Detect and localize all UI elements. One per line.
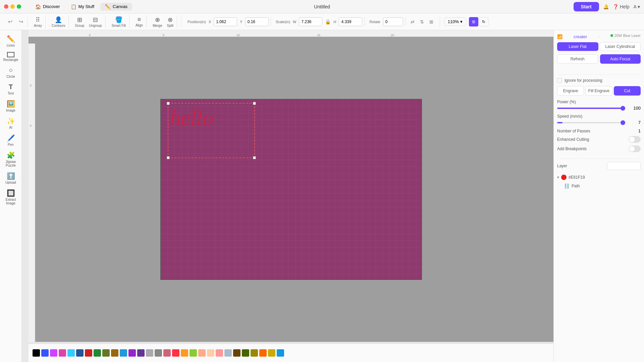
handle-bl[interactable] bbox=[167, 156, 170, 159]
refresh-view-button[interactable]: ↻ bbox=[479, 17, 488, 26]
color-swatch-gold[interactable] bbox=[251, 349, 258, 357]
merge-button[interactable]: ⊕ Merge bbox=[151, 15, 163, 28]
speed-slider-thumb[interactable] bbox=[621, 120, 625, 125]
color-swatch-brightred[interactable] bbox=[172, 349, 179, 357]
user-avatar[interactable]: A ▾ bbox=[634, 4, 640, 9]
undo-button[interactable]: ↩ bbox=[5, 17, 15, 26]
passes-value: 1 bbox=[627, 128, 641, 133]
smart-fill-button[interactable]: 🪣 Smart Fill bbox=[110, 15, 127, 28]
color-swatch-steel[interactable] bbox=[224, 349, 232, 357]
help-button[interactable]: ❓ Help bbox=[613, 4, 630, 9]
tab-canvas[interactable]: ✏️ Canvas bbox=[100, 3, 132, 11]
rotate-label: Rotate bbox=[369, 20, 380, 24]
power-slider-thumb[interactable] bbox=[621, 106, 625, 111]
rectangle-icon bbox=[7, 52, 14, 57]
w-input[interactable] bbox=[299, 17, 322, 26]
color-swatch-purple[interactable] bbox=[50, 349, 57, 357]
color-layer-chevron[interactable]: ▾ bbox=[557, 175, 559, 180]
sidebar-tool-upload[interactable]: ⬆️ Upload bbox=[1, 170, 20, 186]
flip-h-button[interactable]: ⇄ bbox=[408, 17, 417, 26]
color-swatch-orange[interactable] bbox=[181, 349, 188, 357]
color-swatch-peach[interactable] bbox=[198, 349, 206, 357]
add-breakpoints-toggle[interactable] bbox=[629, 145, 641, 152]
sidebar-tool-circle[interactable]: ○ Circle bbox=[1, 64, 20, 80]
color-swatch-azure[interactable] bbox=[277, 349, 284, 357]
color-swatch-skyblue[interactable] bbox=[120, 349, 127, 357]
sidebar-tool-jigsaw[interactable]: 🧩 JigsawPuzzle bbox=[1, 149, 20, 169]
color-swatch-blue[interactable] bbox=[41, 349, 49, 357]
refresh-button[interactable]: Refresh bbox=[557, 54, 598, 64]
maximize-button[interactable] bbox=[17, 4, 21, 9]
h-input[interactable] bbox=[339, 17, 362, 26]
y-input[interactable] bbox=[245, 17, 269, 26]
layer-input[interactable] bbox=[607, 162, 641, 170]
engrave-button[interactable]: Engrave bbox=[557, 86, 584, 96]
laser-cylindrical-button[interactable]: Laser Cylindrical bbox=[600, 42, 641, 51]
rotate-input[interactable] bbox=[383, 17, 403, 26]
color-swatch-green[interactable] bbox=[94, 349, 101, 357]
start-button[interactable]: Start bbox=[574, 2, 599, 11]
minimize-button[interactable] bbox=[10, 4, 15, 9]
enhanced-cutting-toggle[interactable] bbox=[629, 136, 641, 143]
color-swatch-olive[interactable] bbox=[102, 349, 110, 357]
color-swatch-lightpink[interactable] bbox=[216, 349, 223, 357]
sidebar-tool-lines[interactable]: ✏️ Lines bbox=[1, 33, 20, 49]
canvas-icon: ✏️ bbox=[105, 4, 111, 9]
lock-icon[interactable]: 🔒 bbox=[325, 19, 331, 24]
combine-button[interactable]: ⊞ bbox=[427, 17, 436, 26]
color-swatch-pink[interactable] bbox=[59, 349, 66, 357]
layer-row: Layer bbox=[557, 162, 641, 170]
x-input[interactable] bbox=[214, 17, 237, 26]
color-swatch-darkorange[interactable] bbox=[259, 349, 267, 357]
zoom-control[interactable]: 110% ▾ bbox=[444, 17, 466, 26]
grid-view-button[interactable]: ⊞ bbox=[469, 17, 478, 26]
color-swatch-darkblue[interactable] bbox=[76, 349, 84, 357]
tab-mystuff[interactable]: 📋 My Stuff bbox=[66, 3, 99, 11]
cut-button[interactable]: Cut bbox=[614, 86, 641, 96]
ruler-horizontal: 0 5 10 15 20 bbox=[29, 30, 553, 37]
tab-canvas-label: Canvas bbox=[113, 4, 127, 9]
merge-split-group: ⊕ Merge ⊗ Split bbox=[149, 15, 177, 28]
notifications-icon[interactable]: 🔔 bbox=[603, 4, 609, 9]
color-swatch-red[interactable] bbox=[85, 349, 92, 357]
color-swatch-brown[interactable] bbox=[111, 349, 118, 357]
close-button[interactable] bbox=[4, 4, 8, 9]
fill-engrave-button[interactable]: Fill Engrave bbox=[585, 86, 612, 96]
handle-br[interactable] bbox=[253, 156, 256, 159]
contours-button[interactable]: 👤 Contours bbox=[50, 15, 67, 28]
color-swatch-black[interactable] bbox=[33, 349, 40, 357]
sidebar-tool-image[interactable]: 🖼️ Image bbox=[1, 98, 20, 114]
sidebar-tool-pen[interactable]: 🖊️ Pen bbox=[1, 132, 20, 148]
color-swatch-indigo[interactable] bbox=[137, 349, 145, 357]
sidebar-tool-extract[interactable]: 🔲 ExtractImage bbox=[1, 187, 20, 207]
layer-color-swatch[interactable] bbox=[561, 175, 567, 180]
redo-button[interactable]: ↪ bbox=[16, 17, 25, 26]
color-swatch-cyan[interactable] bbox=[67, 349, 75, 357]
flip-v-button[interactable]: ⇅ bbox=[418, 17, 426, 26]
canvas-board[interactable]: hello bbox=[160, 99, 422, 280]
color-swatch-violet[interactable] bbox=[128, 349, 136, 357]
device-header: 📶 creater · 20W Blue Laser bbox=[557, 34, 641, 40]
laser-flat-button[interactable]: Laser Flat bbox=[557, 42, 598, 51]
auto-focus-button[interactable]: Auto Focus bbox=[600, 54, 641, 64]
split-button[interactable]: ⊗ Split bbox=[165, 15, 174, 28]
ignore-checkbox[interactable] bbox=[557, 78, 562, 83]
color-swatch-lgray[interactable] bbox=[146, 349, 153, 357]
sidebar-tool-ai[interactable]: ✨ AI bbox=[1, 115, 20, 131]
sidebar-tool-text[interactable]: T Text bbox=[1, 81, 20, 97]
color-swatch-rose[interactable] bbox=[163, 349, 171, 357]
sidebar-tool-rectangle[interactable]: Rectangle bbox=[1, 50, 20, 64]
color-swatch-lime[interactable] bbox=[190, 349, 197, 357]
align-button[interactable]: ≡ Align bbox=[134, 15, 144, 28]
color-swatch-skin[interactable] bbox=[207, 349, 214, 357]
color-swatch-amber[interactable] bbox=[268, 349, 275, 357]
array-button[interactable]: ⠿ Array bbox=[33, 15, 43, 28]
power-slider-track[interactable] bbox=[557, 108, 625, 109]
speed-slider-track[interactable] bbox=[557, 122, 625, 123]
group-button[interactable]: ⊞ Group bbox=[73, 15, 86, 28]
tab-discover[interactable]: 🏠 Discover bbox=[31, 3, 65, 11]
ungroup-button[interactable]: ⊟ Ungroup bbox=[88, 15, 103, 28]
color-swatch-darkbrown[interactable] bbox=[233, 349, 240, 357]
color-swatch-darkgreen[interactable] bbox=[242, 349, 249, 357]
color-swatch-gray[interactable] bbox=[155, 349, 162, 357]
